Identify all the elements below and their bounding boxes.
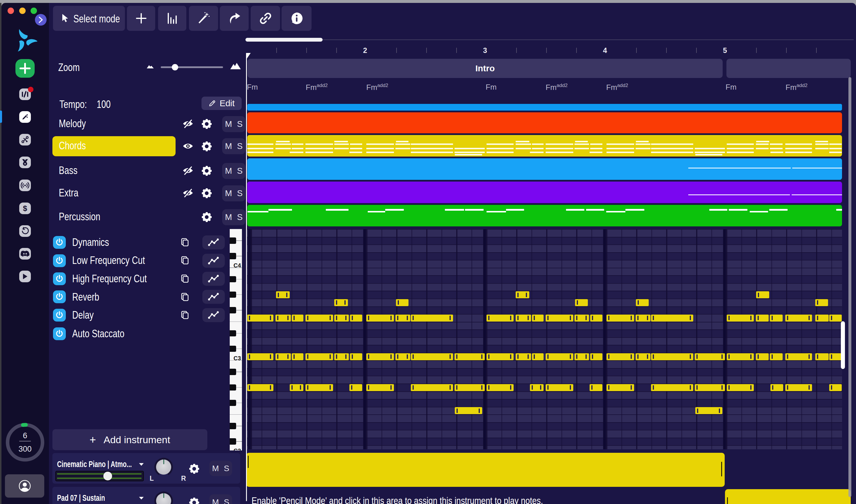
svg-text:$: $ <box>23 204 28 212</box>
